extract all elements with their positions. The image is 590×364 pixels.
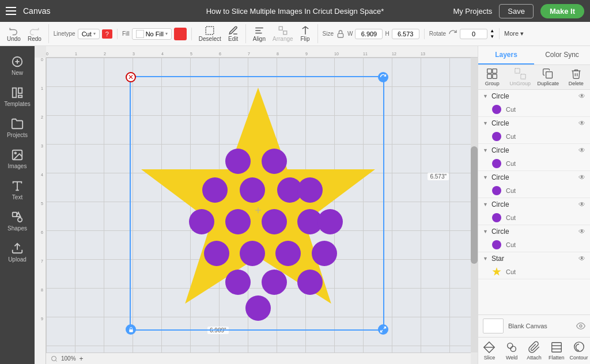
app-title: Canvas bbox=[23, 6, 50, 16]
align-button[interactable]: Align bbox=[251, 24, 268, 43]
canvas-viewport[interactable]: ✕ 6.909" 6.573" bbox=[46, 58, 478, 352]
make-it-button[interactable]: Make It bbox=[540, 4, 584, 18]
sidebar-item-shapes[interactable]: Shapes bbox=[2, 206, 33, 236]
redo-button[interactable]: Redo bbox=[25, 24, 44, 43]
sidebar-item-label: Images bbox=[8, 163, 27, 169]
contour-button[interactable]: Contour bbox=[568, 338, 590, 364]
visibility-toggle[interactable]: 👁 bbox=[578, 255, 585, 263]
rotate-group: Rotate ▲ ▼ bbox=[429, 28, 500, 39]
svg-point-18 bbox=[18, 218, 22, 222]
duplicate-button[interactable]: Duplicate bbox=[534, 65, 562, 89]
svg-point-37 bbox=[262, 270, 287, 295]
layer-header[interactable]: ▼ Circle 👁 bbox=[478, 225, 590, 238]
layer-sub-row: Cut bbox=[478, 157, 590, 170]
scale-handle[interactable] bbox=[378, 324, 388, 335]
height-measurement: 6.573" bbox=[428, 173, 449, 180]
projects-icon bbox=[11, 117, 24, 130]
vertical-scrollbar[interactable] bbox=[471, 58, 478, 352]
visibility-toggle[interactable]: 👁 bbox=[578, 227, 585, 236]
width-input[interactable] bbox=[355, 29, 383, 39]
rotate-input[interactable] bbox=[460, 29, 487, 39]
sidebar-item-new[interactable]: New bbox=[2, 51, 33, 81]
undo-button[interactable]: Undo bbox=[5, 24, 23, 43]
ruler-left: 0 1 2 3 4 5 6 7 8 9 bbox=[35, 58, 46, 364]
deselect-button[interactable]: Deselect bbox=[196, 24, 224, 43]
weld-button[interactable]: Weld bbox=[501, 338, 523, 364]
visibility-toggle[interactable]: 👁 bbox=[578, 146, 585, 154]
contour-icon bbox=[573, 341, 585, 354]
edit-button[interactable]: Edit bbox=[226, 24, 241, 43]
svg-point-52 bbox=[580, 325, 582, 327]
layer-header[interactable]: ▼ Circle 👁 bbox=[478, 90, 590, 103]
shapes-icon bbox=[11, 211, 24, 223]
panel-tabs: Layers Color Sync bbox=[478, 46, 590, 65]
pen-color[interactable] bbox=[174, 28, 187, 40]
panel-actions: Group UnGroup Duplicate Delete bbox=[478, 65, 590, 90]
svg-rect-6 bbox=[338, 33, 343, 37]
slice-button[interactable]: Slice bbox=[478, 338, 501, 364]
sidebar-item-projects[interactable]: Projects bbox=[2, 113, 33, 143]
svg-point-34 bbox=[275, 241, 301, 266]
document-title: How to Slice Multiple Images In Cricut D… bbox=[206, 7, 384, 16]
flatten-icon bbox=[550, 341, 563, 354]
size-group: Size W H bbox=[323, 29, 425, 39]
visibility-toggle[interactable]: 👁 bbox=[578, 119, 585, 127]
my-projects-button[interactable]: My Projects bbox=[453, 7, 492, 16]
ungroup-button[interactable]: UnGroup bbox=[506, 65, 535, 89]
flip-button[interactable]: Flip bbox=[298, 24, 313, 43]
layer-header[interactable]: ▼ Circle 👁 bbox=[478, 117, 590, 130]
layer-sub-row: Cut bbox=[478, 184, 590, 198]
layer-header[interactable]: ▼ Star 👁 bbox=[478, 252, 590, 265]
weld-icon bbox=[505, 341, 518, 354]
tab-color-sync[interactable]: Color Sync bbox=[534, 46, 590, 65]
layer-header[interactable]: ▼ Circle 👁 bbox=[478, 198, 590, 211]
fill-color-indicator[interactable]: ? bbox=[102, 29, 112, 39]
svg-point-24 bbox=[240, 177, 265, 203]
zoom-in-button[interactable]: + bbox=[80, 355, 84, 363]
save-button[interactable]: Save bbox=[499, 4, 534, 18]
svg-rect-47 bbox=[487, 74, 492, 79]
duplicate-icon bbox=[542, 68, 554, 79]
delete-handle[interactable]: ✕ bbox=[126, 72, 136, 82]
delete-button[interactable]: Delete bbox=[562, 65, 591, 89]
svg-point-22 bbox=[262, 149, 287, 174]
fill-select[interactable]: No Fill ▾ bbox=[132, 28, 172, 40]
tab-layers[interactable]: Layers bbox=[478, 46, 534, 65]
layer-color bbox=[492, 105, 501, 114]
group-button[interactable]: Group bbox=[478, 65, 506, 89]
scrollbar-thumb-v[interactable] bbox=[471, 146, 478, 264]
visibility-toggle[interactable]: 👁 bbox=[578, 200, 585, 208]
rotate-stepper[interactable]: ▲ ▼ bbox=[490, 28, 494, 39]
visibility-toggle[interactable]: 👁 bbox=[578, 173, 585, 181]
blank-canvas-row: Blank Canvas bbox=[478, 315, 590, 337]
lock-handle[interactable] bbox=[126, 324, 136, 335]
svg-rect-42 bbox=[129, 329, 133, 332]
layer-header[interactable]: ▼ Circle 👁 bbox=[478, 144, 590, 157]
layer-header[interactable]: ▼ Circle 👁 bbox=[478, 171, 590, 184]
height-input[interactable] bbox=[392, 29, 419, 39]
layer-color bbox=[492, 159, 501, 168]
layer-color bbox=[492, 213, 501, 222]
arrange-button[interactable]: Arrange bbox=[270, 24, 296, 43]
right-panel: Layers Color Sync Group UnGroup bbox=[478, 46, 590, 364]
sidebar-item-templates[interactable]: Templates bbox=[2, 82, 33, 112]
undo-redo-group: Undo Redo bbox=[5, 24, 49, 43]
eye-icon[interactable] bbox=[576, 321, 585, 331]
linetype-select[interactable]: Cut ▾ bbox=[78, 29, 100, 39]
svg-point-14 bbox=[14, 152, 16, 154]
svg-point-23 bbox=[202, 177, 228, 203]
rotate-handle[interactable] bbox=[378, 72, 388, 82]
more-button[interactable]: More ▾ bbox=[504, 30, 524, 37]
flatten-button[interactable]: Flatten bbox=[545, 338, 568, 364]
sidebar-item-text[interactable]: Text bbox=[2, 175, 33, 205]
sidebar-item-images[interactable]: Images bbox=[2, 144, 33, 174]
canvas-area[interactable]: 0 1 2 3 4 5 6 7 8 9 10 11 12 13 0 1 2 3 … bbox=[35, 46, 478, 364]
visibility-toggle[interactable]: 👁 bbox=[578, 92, 585, 100]
sidebar-item-label: Projects bbox=[7, 132, 28, 138]
hamburger-menu[interactable] bbox=[6, 7, 16, 15]
attach-icon bbox=[528, 341, 540, 354]
attach-button[interactable]: Attach bbox=[523, 338, 546, 364]
ruler-top: 0 1 2 3 4 5 6 7 8 9 10 11 12 13 bbox=[46, 46, 478, 58]
sidebar-item-upload[interactable]: Upload bbox=[2, 237, 33, 267]
layer-sub-row: Cut bbox=[478, 130, 590, 143]
